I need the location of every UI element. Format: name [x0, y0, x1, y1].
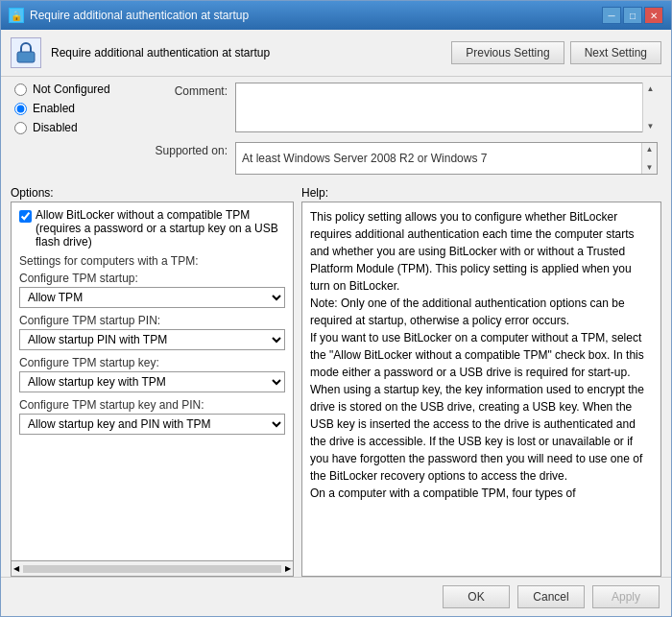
disabled-radio[interactable]: Disabled	[14, 121, 139, 134]
hscroll-left-arrow[interactable]: ◀	[12, 564, 21, 573]
hscroll-right-arrow[interactable]: ▶	[283, 564, 293, 573]
close-button[interactable]: ✕	[644, 7, 663, 24]
comment-textarea[interactable]	[235, 83, 658, 132]
configure-tpm-pin-label: Configure TPM startup PIN:	[19, 314, 285, 327]
configure-tpm-key-select[interactable]: Allow startup key with TPM Require start…	[19, 371, 285, 392]
apply-button[interactable]: Apply	[592, 585, 660, 608]
comment-label: Comment:	[139, 83, 235, 98]
enabled-radio[interactable]: Enabled	[14, 102, 139, 115]
window-title: Require additional authentication at sta…	[30, 9, 249, 22]
title-buttons: ─ □ ✕	[602, 7, 663, 24]
main-window: 🔒 Require additional authentication at s…	[0, 0, 672, 617]
svg-rect-0	[17, 52, 35, 62]
options-inner[interactable]: Allow BitLocker without a compatible TPM…	[12, 202, 293, 560]
not-configured-radio[interactable]: Not Configured	[14, 83, 139, 96]
scroll-down-arrow[interactable]: ▼	[647, 122, 655, 131]
options-panel-label: Options:	[11, 186, 294, 200]
help-paragraph-0: This policy setting allows you to config…	[310, 208, 653, 295]
configure-tpm-pin-select[interactable]: Allow startup PIN with TPM Require start…	[19, 329, 285, 350]
radio-group: Not Configured Enabled Disabled	[14, 83, 139, 180]
sup-scroll-down-arrow[interactable]: ▼	[646, 163, 654, 172]
options-scroll-wrapper: Allow BitLocker without a compatible TPM…	[11, 202, 294, 561]
help-paragraph-1: Note: Only one of the additional authent…	[310, 295, 653, 329]
tpm-checkbox-row: Allow BitLocker without a compatible TPM…	[19, 208, 285, 249]
hscroll-track	[23, 565, 281, 573]
header-buttons: Previous Setting Next Setting	[451, 41, 661, 64]
comment-scrollbar[interactable]: ▲ ▼	[642, 83, 658, 132]
main-panels: Allow BitLocker without a compatible TPM…	[1, 202, 671, 577]
configure-tpm-key-pin-select[interactable]: Allow startup key and PIN with TPM Requi…	[19, 414, 285, 435]
supported-box: At least Windows Server 2008 R2 or Windo…	[235, 142, 658, 175]
supported-label: Supported on:	[139, 142, 235, 157]
title-bar-left: 🔒 Require additional authentication at s…	[9, 8, 249, 23]
configure-tpm-startup-select[interactable]: Allow TPM Require TPM Do not allow TPM	[19, 287, 285, 308]
configure-tpm-key-pin-label: Configure TPM startup key and PIN:	[19, 398, 285, 412]
minimize-button[interactable]: ─	[602, 7, 621, 24]
help-paragraph-3: On a computer with a compatible TPM, fou…	[310, 485, 653, 502]
help-paragraph-2: If you want to use BitLocker on a comput…	[310, 329, 653, 485]
supported-row: Supported on: At least Windows Server 20…	[139, 142, 658, 175]
header-row: Require additional authentication at sta…	[1, 30, 671, 77]
maximize-button[interactable]: □	[623, 7, 642, 24]
options-hscrollbar[interactable]: ◀ ▶	[11, 561, 294, 577]
help-scroll-wrapper[interactable]: This policy setting allows you to config…	[301, 202, 661, 577]
title-bar: 🔒 Require additional authentication at s…	[1, 1, 671, 30]
sup-scroll-up-arrow[interactable]: ▲	[646, 145, 654, 154]
options-panel: Allow BitLocker without a compatible TPM…	[11, 202, 294, 577]
previous-setting-button[interactable]: Previous Setting	[451, 41, 564, 64]
comment-row: Comment: ▲ ▼	[139, 83, 658, 132]
cancel-button[interactable]: Cancel	[517, 585, 585, 608]
configure-tpm-startup-label: Configure TPM startup:	[19, 272, 285, 285]
ok-button[interactable]: OK	[443, 585, 510, 608]
panels-label-row: Options: Help:	[1, 184, 671, 202]
window-icon: 🔒	[9, 8, 24, 23]
help-panel-label: Help:	[301, 186, 661, 200]
scroll-up-arrow[interactable]: ▲	[647, 84, 655, 93]
next-setting-button[interactable]: Next Setting	[570, 41, 661, 64]
tpm-checkbox-label: Allow BitLocker without a compatible TPM…	[36, 208, 285, 249]
tpm-checkbox[interactable]	[19, 210, 32, 223]
help-panel: This policy setting allows you to config…	[301, 202, 661, 577]
supported-scrollbar[interactable]: ▲ ▼	[641, 143, 657, 174]
header-icon	[11, 37, 41, 68]
tpm-settings-label: Settings for computers with a TPM:	[19, 254, 285, 268]
header-title: Require additional authentication at sta…	[51, 46, 442, 59]
configure-tpm-key-label: Configure TPM startup key:	[19, 356, 285, 369]
bottom-bar: OK Cancel Apply	[1, 577, 671, 616]
